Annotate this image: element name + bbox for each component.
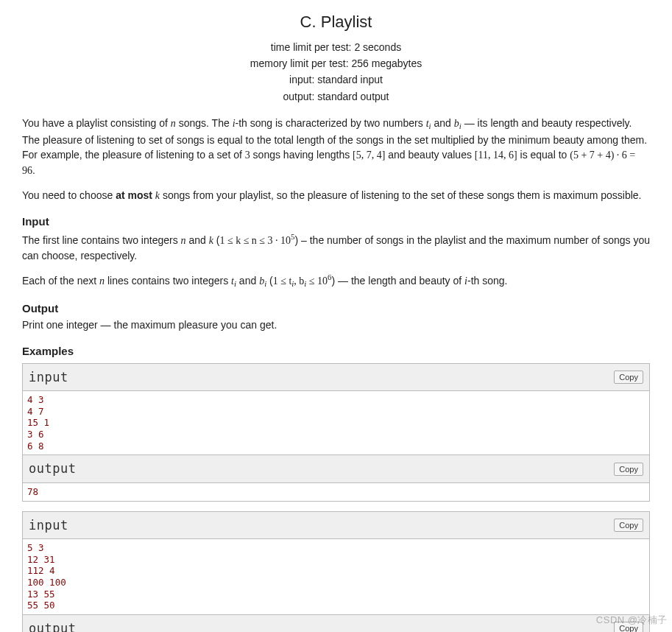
input-label: input — [29, 516, 68, 535]
input-file: input: standard input — [22, 72, 650, 87]
text: . — [32, 164, 35, 176]
input-paragraph-1: The first line contains two integers n a… — [22, 231, 650, 264]
example-1: input Copy 4 3 4 7 15 1 3 6 6 8 output C… — [22, 363, 650, 502]
text: and beauty values — [385, 149, 474, 161]
var-bi: bi — [259, 275, 266, 287]
text: and — [186, 234, 209, 246]
array-lengths: [5, 7, 4] — [353, 150, 385, 161]
examples-title: Examples — [22, 343, 650, 359]
copy-button[interactable]: Copy — [614, 371, 643, 384]
text: -th song. — [467, 275, 507, 287]
problem-statement: You have a playlist consisting of n song… — [22, 116, 650, 203]
var-ti: ti — [426, 118, 431, 129]
text: ( — [266, 275, 273, 287]
copy-button[interactable]: Copy — [614, 519, 643, 532]
text: The first line contains two integers — [22, 234, 181, 246]
example-2: input Copy 5 3 12 31 112 4 100 100 13 55… — [22, 511, 650, 632]
output-file: output: standard output — [22, 89, 650, 104]
statement-paragraph-1: You have a playlist consisting of n song… — [22, 116, 650, 178]
statement-paragraph-2: You need to choose at most k songs from … — [22, 188, 650, 203]
copy-button[interactable]: Copy — [614, 463, 643, 476]
problem-title: C. Playlist — [22, 10, 650, 34]
memory-limit: memory limit per test: 256 megabytes — [22, 56, 650, 71]
output-section-title: Output — [22, 301, 650, 317]
text: and — [236, 275, 259, 287]
example-input-content: 4 3 4 7 15 1 3 6 6 8 — [23, 391, 649, 454]
var-n: n — [181, 235, 186, 246]
copy-button[interactable]: Copy — [614, 622, 643, 632]
bold-atmost: at most — [116, 189, 155, 201]
input-section-title: Input — [22, 214, 650, 230]
text: songs. The — [176, 117, 233, 129]
text: -th song is characterized by two numbers — [236, 117, 426, 129]
text: songs from your playlist, so the pleasur… — [160, 189, 641, 201]
var-ti: ti — [231, 275, 236, 287]
output-label: output — [29, 619, 76, 632]
constraint-tb: 1 ≤ ti, bi ≤ 106 — [273, 275, 332, 287]
text: lines contains two integers — [105, 275, 231, 287]
input-label: input — [29, 368, 68, 387]
var-bi: bi — [454, 118, 461, 129]
var-n: n — [171, 118, 176, 129]
output-paragraph: Print one integer — the maximum pleasure… — [22, 317, 650, 332]
example-input-block: input Copy 4 3 4 7 15 1 3 6 6 8 — [22, 363, 650, 456]
text: ) — the length and beauty of — [332, 275, 465, 287]
text: Each of the next — [22, 275, 99, 287]
text: is equal to — [517, 149, 570, 161]
example-input-block: input Copy 5 3 12 31 112 4 100 100 13 55… — [22, 511, 650, 615]
num-3: 3 — [245, 150, 250, 161]
example-output-block: output Copy 78 — [22, 454, 650, 501]
array-beauty: [11, 14, 6] — [475, 150, 517, 161]
time-limit: time limit per test: 2 seconds — [22, 40, 650, 55]
text: songs having lengths — [250, 149, 353, 161]
example-output-block: output Copy 10000 — [22, 614, 650, 632]
constraint-nk: 1 ≤ k ≤ n ≤ 3 · 105 — [219, 235, 294, 246]
text: and — [431, 117, 454, 129]
input-paragraph-2: Each of the next n lines contains two in… — [22, 272, 650, 290]
text: You need to choose — [22, 189, 116, 201]
example-input-content: 5 3 12 31 112 4 100 100 13 55 55 50 — [23, 539, 649, 614]
output-label: output — [29, 460, 76, 478]
text: You have a playlist consisting of — [22, 117, 171, 129]
example-output-content: 78 — [23, 483, 649, 501]
